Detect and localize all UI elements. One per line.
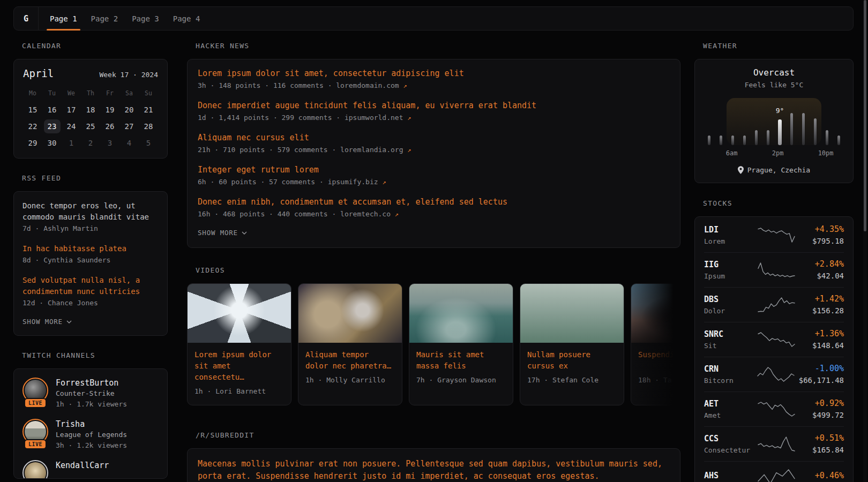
tab-page-4[interactable]: Page 4 [166, 7, 207, 30]
stock-row[interactable]: CRN Bitcorn -1.00% $66,171.48 [704, 357, 844, 391]
stock-ticker: IIG [704, 260, 753, 270]
calendar-day-name: Mo [23, 87, 42, 101]
right-column: WEATHER Overcast Feels like 5°C 9° [694, 42, 854, 482]
video-title[interactable]: Suspendisse diam [638, 349, 680, 372]
show-more-button[interactable]: SHOW MORE [198, 229, 247, 237]
stock-row[interactable]: CCS Consectetur +0.51% $165.84 [704, 426, 844, 461]
calendar-day[interactable]: 24 [62, 118, 81, 134]
calendar-day[interactable]: 3 [100, 134, 119, 151]
calendar-day[interactable]: 21 [139, 101, 158, 118]
video-thumbnail-canoe-on-misty-lake[interactable] [520, 284, 624, 343]
video-title[interactable]: Lorem ipsum dolor sit amet consectetu… [194, 349, 284, 383]
external-link-icon: ↗ [407, 114, 411, 122]
video-thumbnail-hands-holding-camera[interactable] [298, 284, 402, 343]
video-card[interactable]: Aliquam tempor dolor nec pharetra… 1h · … [298, 283, 402, 405]
calendar-month: April [23, 67, 54, 79]
stock-row[interactable]: IIG Ipsum +2.84% $42.04 [704, 252, 844, 287]
calendar-day-selected[interactable]: 23 [42, 118, 62, 134]
twitch-channel[interactable]: LIVE ForrestBurton Counter-Strike 1h · 1… [23, 378, 159, 410]
video-thumbnail-boat-wake-sea-city[interactable] [409, 284, 513, 343]
stock-sparkline [757, 227, 796, 244]
calendar-day[interactable]: 18 [81, 101, 100, 118]
stock-ticker: AET [704, 399, 753, 409]
stock-sparkline [757, 401, 796, 418]
channel-name[interactable]: ForrestBurton [56, 378, 127, 388]
show-more-button[interactable]: SHOW MORE [23, 318, 72, 326]
calendar-card: April Week 17 · 2024 MoTuWeThFrSaSu15161… [13, 59, 168, 159]
current-temp-label: 9° [776, 107, 784, 115]
stock-change: +4.35% [812, 224, 844, 235]
stock-price: $66,171.48 [799, 375, 844, 385]
page-scrollbar[interactable] [863, 0, 867, 482]
subreddit-post: Maecenas mollis pulvinar erat non posuer… [198, 458, 670, 482]
calendar-day[interactable]: 30 [42, 134, 62, 151]
calendar-day[interactable]: 29 [23, 134, 42, 151]
weather-bar [731, 135, 734, 145]
calendar-day[interactable]: 19 [100, 101, 119, 118]
rss-item-title[interactable]: In hac habitasse platea [23, 243, 159, 254]
video-card[interactable]: Mauris sit amet massa felis 7h · Grayson… [409, 283, 513, 405]
video-card[interactable]: Suspendisse diam 18h · Tara [631, 283, 680, 405]
video-title[interactable]: Aliquam tempor dolor nec pharetra… [305, 349, 395, 372]
news-item-title[interactable]: Lorem ipsum dolor sit amet, consectetur … [198, 68, 670, 79]
channel-name[interactable]: KendallCarr [56, 460, 109, 471]
calendar-week-info: Week 17 · 2024 [99, 71, 158, 79]
channel-name[interactable]: Trisha [56, 419, 127, 430]
app-logo[interactable]: G [14, 7, 38, 30]
video-card[interactable]: Nullam posuere cursus ex 17h · Stefan Co… [520, 283, 624, 405]
scrollbar-thumb[interactable] [864, 0, 866, 231]
rss-header: RSS FEED [22, 174, 168, 182]
topbar-divider [38, 7, 39, 30]
calendar-day[interactable]: 25 [81, 118, 100, 134]
tab-page-3[interactable]: Page 3 [125, 7, 166, 30]
rss-item-title[interactable]: Sed volutpat nulla nisl, a condimentum n… [23, 275, 159, 297]
news-item-title[interactable]: Donec enim nibh, condimentum et accumsan… [198, 197, 670, 208]
weather-time-slot [795, 149, 806, 157]
channel-viewers: 1h · 1.7k viewers [56, 399, 127, 410]
calendar-day[interactable]: 5 [139, 134, 158, 151]
twitch-section: TWITCH CHANNELS LIVE ForrestBurton Count… [13, 351, 168, 479]
calendar-day[interactable]: 22 [23, 118, 42, 134]
rss-item-title[interactable]: Donec tempor eros leo, ut commodo mauris… [23, 200, 159, 223]
video-title[interactable]: Mauris sit amet massa felis [416, 349, 506, 372]
subreddit-post-title[interactable]: Maecenas mollis pulvinar erat non posuer… [198, 458, 670, 482]
calendar-day[interactable]: 27 [119, 118, 139, 134]
video-meta: 1h · Lori Barnett [194, 386, 284, 397]
video-meta: 17h · Stefan Cole [527, 375, 617, 386]
weather-bar [720, 135, 722, 145]
weather-bar [708, 135, 710, 145]
video-thumbnail-silhouette-in-fog[interactable] [631, 284, 680, 343]
tab-page-2[interactable]: Page 2 [84, 7, 125, 30]
calendar-day[interactable]: 4 [119, 134, 139, 151]
calendar-day[interactable]: 1 [62, 134, 81, 151]
stock-row[interactable]: SNRC Sit +1.36% $148.64 [704, 322, 844, 357]
news-item-title[interactable]: Integer eget rutrum lorem [198, 164, 670, 176]
calendar-day[interactable]: 17 [62, 101, 81, 118]
weather-bar-slot [833, 98, 845, 145]
video-thumbnail-concrete-pillars-sky[interactable] [188, 284, 291, 343]
stock-sparkline [756, 366, 796, 383]
calendar-day[interactable]: 15 [23, 101, 42, 118]
video-card[interactable]: Lorem ipsum dolor sit amet consectetu… 1… [187, 283, 291, 405]
news-item-title[interactable]: Aliquam nec cursus elit [198, 132, 670, 144]
calendar-day[interactable]: 20 [119, 101, 139, 118]
stock-row[interactable]: AET Amet +0.92% $499.72 [704, 391, 844, 426]
weather-location-row: Prague, Czechia [703, 166, 845, 174]
calendar-day-name: We [62, 87, 81, 101]
video-title[interactable]: Nullam posuere cursus ex [527, 349, 617, 372]
twitch-channel[interactable]: KendallCarr [23, 460, 159, 479]
stock-change: +1.42% [812, 294, 844, 304]
tab-page-1[interactable]: Page 1 [43, 7, 84, 30]
stock-row[interactable]: AHS +0.46% [704, 461, 844, 482]
news-item-title[interactable]: Donec imperdiet augue tincidunt felis al… [198, 100, 670, 111]
rss-card: Donec tempor eros leo, ut commodo mauris… [13, 191, 168, 336]
calendar-day[interactable]: 16 [42, 101, 62, 118]
calendar-day[interactable]: 2 [81, 134, 100, 151]
stock-price: $42.04 [815, 271, 844, 281]
stock-row[interactable]: LDI Lorem +4.35% $795.18 [704, 218, 844, 252]
stock-row[interactable]: DBS Dolor +1.42% $156.28 [704, 287, 844, 322]
twitch-channel[interactable]: LIVE Trisha League of Legends 3h · 1.2k … [23, 419, 159, 451]
calendar-day[interactable]: 26 [100, 118, 119, 134]
stocks-header: STOCKS [703, 199, 854, 207]
calendar-day[interactable]: 28 [139, 118, 158, 134]
